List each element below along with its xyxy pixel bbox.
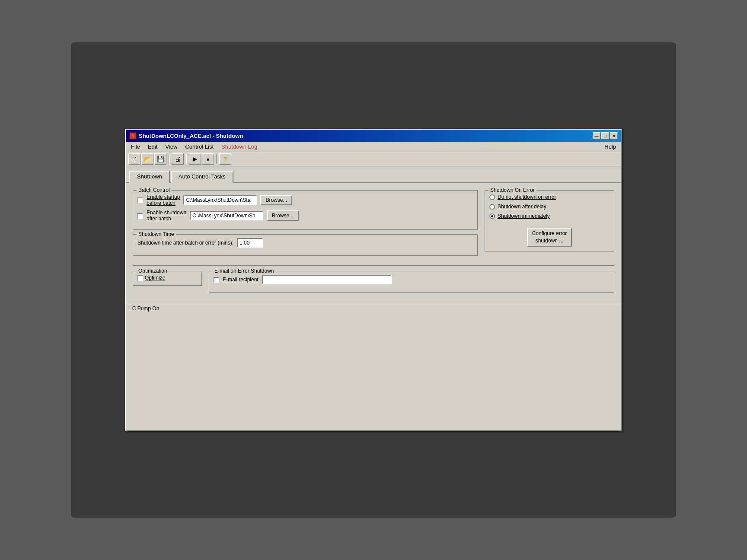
shutdown-on-error-title: Shutdown On Error [488,187,536,193]
shutdown-row: Enable shutdown after batch Browse... [137,210,473,222]
shutdown-path-input[interactable] [190,211,263,220]
minimize-button[interactable]: — [593,132,600,139]
shutdown-on-error-group: Shutdown On Error Do not shutdown on err… [485,190,614,251]
optimize-row: Optimize [137,275,197,281]
toolbar-run[interactable]: ▶ [189,153,201,165]
optimize-label: Optimize [145,275,165,281]
optimize-checkbox[interactable] [137,275,143,281]
radio-no-shutdown-label: Do not shutdown on error [498,194,556,200]
email-title: E-mail on Error Shutdown [213,268,275,274]
radio-no-shutdown-row: Do not shutdown on error [489,194,610,200]
optimization-group: Optimization Optimize [133,271,202,286]
toolbar-save[interactable]: 💾 [154,153,166,165]
email-checkbox[interactable] [214,277,219,283]
shutdown-time-label: Shutdown time after batch or error (mins… [137,240,233,246]
tab-shutdown[interactable]: Shutdown [129,171,170,183]
menu-view[interactable]: View [162,143,181,151]
tabs-container: Shutdown Auto Control Tasks [126,166,621,183]
menu-bar: File Edit View Control List Shutdown Log… [126,142,621,152]
radio-immediately-label: Shutdown immediately [498,213,550,219]
menu-file[interactable]: File [128,143,144,151]
toolbar-separator-3 [216,154,217,164]
app-icon: S [129,132,136,139]
status-text: LC Pump On [129,305,159,312]
radio-after-delay[interactable] [489,204,495,210]
toolbar-print[interactable]: 🖨 [172,153,184,165]
menu-shutdown-log[interactable]: Shutdown Log [218,143,261,151]
toolbar-help[interactable]: ? [219,153,231,165]
radio-immediately-row: Shutdown immediately [489,213,610,219]
shutdown-time-row: Shutdown time after batch or error (mins… [137,238,473,248]
radio-immediately[interactable] [489,213,495,219]
shutdown-browse-button[interactable]: Browse... [267,210,299,221]
window-title: ShutDownLCOnly_ACE.acl - Shutdown [139,133,243,139]
radio-after-delay-row: Shutdown after delay [489,204,610,210]
email-label: E-mail recipient [223,277,259,283]
toolbar-new[interactable]: 🗋 [128,153,140,165]
startup-checkbox[interactable] [137,197,143,203]
configure-error-button[interactable]: Configure error shutdown ... [527,228,572,247]
email-group: E-mail on Error Shutdown E-mail recipien… [209,271,614,293]
email-row: E-mail recipient [214,275,610,284]
close-button[interactable]: ✕ [610,132,618,139]
main-content: Batch Control Enable startup before batc… [126,183,621,304]
batch-control-title: Batch Control [137,187,172,193]
batch-control-group: Batch Control Enable startup before batc… [133,190,478,230]
toolbar: 🗋 📂 💾 🖨 ▶ ■ ? [126,152,621,166]
shutdown-time-input[interactable] [237,238,263,248]
optimization-title: Optimization [137,268,169,274]
menu-edit[interactable]: Edit [144,143,161,151]
maximize-button[interactable]: □ [601,132,609,139]
shutdown-time-title: Shutdown Time [137,231,176,237]
radio-after-delay-label: Shutdown after delay [498,204,546,210]
main-window: S ShutDownLCOnly_ACE.acl - Shutdown — □ … [125,129,622,431]
tab-auto-control-tasks[interactable]: Auto Control Tasks [171,171,233,183]
toolbar-separator-1 [169,154,169,164]
startup-row: Enable startup before batch Browse... [137,194,473,206]
status-bar: LC Pump On [126,304,621,313]
toolbar-separator-2 [186,154,187,164]
menu-control-list[interactable]: Control List [182,143,217,151]
startup-label: Enable startup before batch [147,194,180,206]
divider [133,265,614,266]
title-bar: S ShutDownLCOnly_ACE.acl - Shutdown — □ … [126,130,621,142]
radio-no-shutdown[interactable] [489,194,495,200]
toolbar-open[interactable]: 📂 [141,153,153,165]
shutdown-label: Enable shutdown after batch [147,210,186,222]
menu-help[interactable]: Help [601,143,619,151]
startup-browse-button[interactable]: Browse... [260,195,292,205]
startup-path-input[interactable] [183,195,257,205]
shutdown-time-group: Shutdown Time Shutdown time after batch … [133,234,478,256]
email-input[interactable] [262,275,392,284]
shutdown-checkbox[interactable] [137,213,143,219]
toolbar-stop[interactable]: ■ [202,153,214,165]
